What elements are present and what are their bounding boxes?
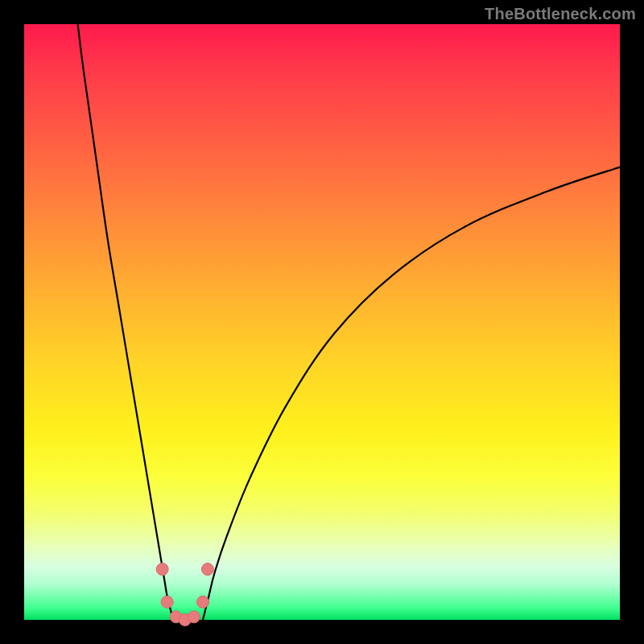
watermark-text: TheBottleneck.com — [485, 5, 636, 23]
curve-left-branch — [78, 24, 173, 620]
marker-group — [156, 564, 213, 626]
data-marker — [188, 611, 200, 623]
curve-right-branch — [203, 167, 620, 620]
bottleneck-chart — [24, 24, 620, 620]
data-marker — [156, 564, 168, 576]
data-marker — [201, 564, 213, 576]
data-marker — [197, 596, 209, 608]
data-marker — [161, 596, 173, 608]
